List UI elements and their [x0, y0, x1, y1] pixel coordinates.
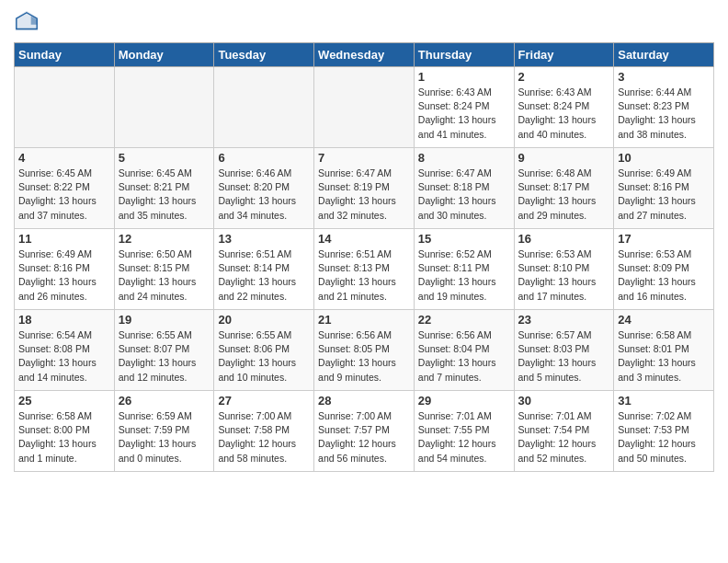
- logo: [14, 9, 43, 35]
- day-number: 11: [18, 232, 110, 246]
- day-info: Sunrise: 6:51 AM Sunset: 8:13 PM Dayligh…: [318, 247, 410, 304]
- day-number: 16: [518, 232, 610, 246]
- calendar-week-row: 25Sunrise: 6:58 AM Sunset: 8:00 PM Dayli…: [15, 391, 714, 472]
- weekday-header-thursday: Thursday: [414, 43, 514, 67]
- calendar-cell: 8Sunrise: 6:47 AM Sunset: 8:18 PM Daylig…: [414, 148, 514, 229]
- calendar-week-row: 4Sunrise: 6:45 AM Sunset: 8:22 PM Daylig…: [15, 148, 714, 229]
- calendar-cell: [314, 67, 415, 148]
- calendar-cell: 25Sunrise: 6:58 AM Sunset: 8:00 PM Dayli…: [15, 391, 115, 472]
- day-number: 31: [618, 394, 710, 408]
- calendar-cell: 2Sunrise: 6:43 AM Sunset: 8:24 PM Daylig…: [514, 67, 614, 148]
- calendar-cell: 22Sunrise: 6:56 AM Sunset: 8:04 PM Dayli…: [414, 310, 514, 391]
- day-info: Sunrise: 6:53 AM Sunset: 8:10 PM Dayligh…: [518, 247, 610, 304]
- calendar-week-row: 1Sunrise: 6:43 AM Sunset: 8:24 PM Daylig…: [15, 67, 714, 148]
- calendar-cell: 16Sunrise: 6:53 AM Sunset: 8:10 PM Dayli…: [514, 229, 614, 310]
- day-number: 25: [18, 394, 110, 408]
- day-info: Sunrise: 6:49 AM Sunset: 8:16 PM Dayligh…: [618, 167, 710, 223]
- day-number: 2: [518, 70, 610, 84]
- day-number: 22: [418, 313, 510, 327]
- day-number: 28: [318, 394, 410, 408]
- day-number: 12: [119, 232, 210, 246]
- day-number: 7: [318, 151, 410, 165]
- calendar-cell: [15, 67, 115, 148]
- day-number: 20: [218, 313, 310, 327]
- calendar-cell: 24Sunrise: 6:58 AM Sunset: 8:01 PM Dayli…: [614, 310, 714, 391]
- day-number: 21: [318, 313, 410, 327]
- day-info: Sunrise: 6:44 AM Sunset: 8:23 PM Dayligh…: [618, 86, 710, 142]
- day-number: 27: [218, 394, 310, 408]
- day-info: Sunrise: 7:01 AM Sunset: 7:54 PM Dayligh…: [518, 409, 610, 465]
- day-number: 23: [518, 313, 610, 327]
- logo-icon: [14, 9, 40, 35]
- calendar-cell: 18Sunrise: 6:54 AM Sunset: 8:08 PM Dayli…: [15, 310, 115, 391]
- day-info: Sunrise: 6:47 AM Sunset: 8:18 PM Dayligh…: [418, 167, 510, 223]
- day-number: 14: [318, 232, 410, 246]
- calendar-week-row: 18Sunrise: 6:54 AM Sunset: 8:08 PM Dayli…: [15, 310, 714, 391]
- calendar-cell: 31Sunrise: 7:02 AM Sunset: 7:53 PM Dayli…: [614, 391, 714, 472]
- day-number: 29: [418, 394, 510, 408]
- calendar-cell: 28Sunrise: 7:00 AM Sunset: 7:57 PM Dayli…: [314, 391, 415, 472]
- calendar-cell: 27Sunrise: 7:00 AM Sunset: 7:58 PM Dayli…: [214, 391, 314, 472]
- day-info: Sunrise: 7:00 AM Sunset: 7:57 PM Dayligh…: [318, 409, 410, 465]
- day-info: Sunrise: 7:00 AM Sunset: 7:58 PM Dayligh…: [218, 409, 310, 465]
- calendar-cell: 13Sunrise: 6:51 AM Sunset: 8:14 PM Dayli…: [214, 229, 314, 310]
- day-number: 9: [518, 151, 610, 165]
- day-info: Sunrise: 7:01 AM Sunset: 7:55 PM Dayligh…: [418, 409, 510, 465]
- day-number: 5: [119, 151, 210, 165]
- day-info: Sunrise: 6:58 AM Sunset: 8:01 PM Dayligh…: [618, 328, 710, 385]
- calendar-cell: 19Sunrise: 6:55 AM Sunset: 8:07 PM Dayli…: [114, 310, 214, 391]
- day-info: Sunrise: 6:55 AM Sunset: 8:06 PM Dayligh…: [218, 328, 310, 385]
- day-number: 6: [218, 151, 310, 165]
- calendar-cell: 26Sunrise: 6:59 AM Sunset: 7:59 PM Dayli…: [114, 391, 214, 472]
- calendar-cell: 20Sunrise: 6:55 AM Sunset: 8:06 PM Dayli…: [214, 310, 314, 391]
- calendar-cell: 14Sunrise: 6:51 AM Sunset: 8:13 PM Dayli…: [314, 229, 415, 310]
- day-number: 26: [119, 394, 210, 408]
- calendar-cell: 21Sunrise: 6:56 AM Sunset: 8:05 PM Dayli…: [314, 310, 415, 391]
- day-number: 15: [418, 232, 510, 246]
- day-number: 10: [618, 151, 710, 165]
- day-info: Sunrise: 6:53 AM Sunset: 8:09 PM Dayligh…: [618, 247, 710, 304]
- calendar-cell: 4Sunrise: 6:45 AM Sunset: 8:22 PM Daylig…: [15, 148, 115, 229]
- weekday-header-wednesday: Wednesday: [314, 43, 415, 67]
- calendar-cell: 3Sunrise: 6:44 AM Sunset: 8:23 PM Daylig…: [614, 67, 714, 148]
- calendar-cell: 5Sunrise: 6:45 AM Sunset: 8:21 PM Daylig…: [114, 148, 214, 229]
- day-info: Sunrise: 6:46 AM Sunset: 8:20 PM Dayligh…: [218, 167, 310, 223]
- calendar-header-row: SundayMondayTuesdayWednesdayThursdayFrid…: [15, 43, 714, 67]
- weekday-header-saturday: Saturday: [614, 43, 714, 67]
- day-number: 4: [18, 151, 110, 165]
- calendar-cell: 29Sunrise: 7:01 AM Sunset: 7:55 PM Dayli…: [414, 391, 514, 472]
- day-number: 1: [418, 70, 510, 84]
- day-info: Sunrise: 6:48 AM Sunset: 8:17 PM Dayligh…: [518, 167, 610, 223]
- calendar-cell: 17Sunrise: 6:53 AM Sunset: 8:09 PM Dayli…: [614, 229, 714, 310]
- page-header: [14, 9, 714, 35]
- day-number: 8: [418, 151, 510, 165]
- calendar-cell: [214, 67, 314, 148]
- day-number: 24: [618, 313, 710, 327]
- weekday-header-sunday: Sunday: [15, 43, 115, 67]
- calendar-cell: 10Sunrise: 6:49 AM Sunset: 8:16 PM Dayli…: [614, 148, 714, 229]
- weekday-header-friday: Friday: [514, 43, 614, 67]
- day-info: Sunrise: 6:55 AM Sunset: 8:07 PM Dayligh…: [119, 328, 210, 385]
- day-info: Sunrise: 6:58 AM Sunset: 8:00 PM Dayligh…: [18, 409, 110, 465]
- calendar-cell: 9Sunrise: 6:48 AM Sunset: 8:17 PM Daylig…: [514, 148, 614, 229]
- day-info: Sunrise: 6:45 AM Sunset: 8:21 PM Dayligh…: [119, 167, 210, 223]
- weekday-header-monday: Monday: [114, 43, 214, 67]
- day-number: 17: [618, 232, 710, 246]
- weekday-header-tuesday: Tuesday: [214, 43, 314, 67]
- day-info: Sunrise: 6:57 AM Sunset: 8:03 PM Dayligh…: [518, 328, 610, 385]
- day-info: Sunrise: 6:43 AM Sunset: 8:24 PM Dayligh…: [418, 86, 510, 142]
- day-info: Sunrise: 6:51 AM Sunset: 8:14 PM Dayligh…: [218, 247, 310, 304]
- calendar-cell: 6Sunrise: 6:46 AM Sunset: 8:20 PM Daylig…: [214, 148, 314, 229]
- calendar-cell: 7Sunrise: 6:47 AM Sunset: 8:19 PM Daylig…: [314, 148, 415, 229]
- calendar-cell: [114, 67, 214, 148]
- calendar-cell: 12Sunrise: 6:50 AM Sunset: 8:15 PM Dayli…: [114, 229, 214, 310]
- day-info: Sunrise: 6:45 AM Sunset: 8:22 PM Dayligh…: [18, 167, 110, 223]
- calendar-cell: 30Sunrise: 7:01 AM Sunset: 7:54 PM Dayli…: [514, 391, 614, 472]
- day-info: Sunrise: 6:59 AM Sunset: 7:59 PM Dayligh…: [119, 409, 210, 465]
- calendar-week-row: 11Sunrise: 6:49 AM Sunset: 8:16 PM Dayli…: [15, 229, 714, 310]
- calendar-cell: 15Sunrise: 6:52 AM Sunset: 8:11 PM Dayli…: [414, 229, 514, 310]
- calendar-table: SundayMondayTuesdayWednesdayThursdayFrid…: [14, 42, 714, 472]
- day-info: Sunrise: 6:47 AM Sunset: 8:19 PM Dayligh…: [318, 167, 410, 223]
- day-number: 13: [218, 232, 310, 246]
- day-info: Sunrise: 6:56 AM Sunset: 8:04 PM Dayligh…: [418, 328, 510, 385]
